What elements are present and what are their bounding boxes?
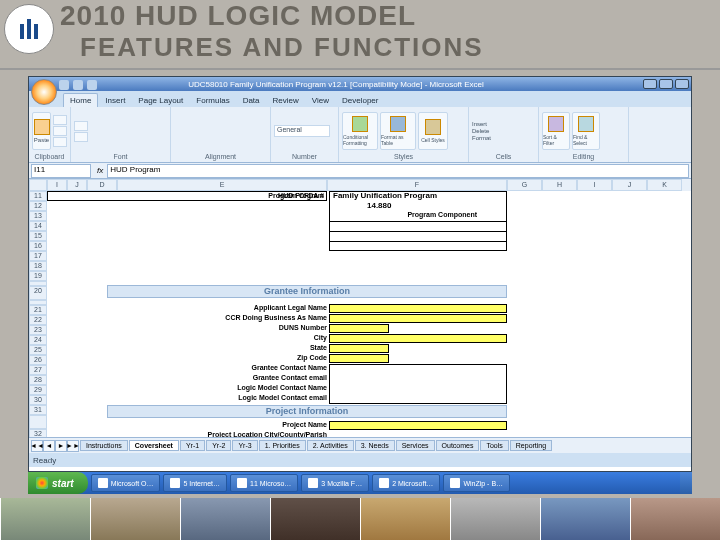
- task-item[interactable]: 3 Mozilla F…: [301, 474, 369, 492]
- bold-button[interactable]: [74, 132, 88, 142]
- sheet-tab[interactable]: Instructions: [80, 440, 128, 451]
- col-header[interactable]: G: [507, 179, 542, 191]
- col-header[interactable]: F: [327, 179, 507, 191]
- row-header[interactable]: 29: [29, 385, 47, 395]
- copy-button[interactable]: [53, 126, 67, 136]
- tab-page-layout[interactable]: Page Layout: [132, 94, 189, 107]
- formula-bar[interactable]: HUD Program: [107, 164, 689, 178]
- row-header[interactable]: 12: [29, 201, 47, 211]
- sheet-tab[interactable]: 2. Activities: [307, 440, 354, 451]
- row-header[interactable]: 14: [29, 221, 47, 231]
- cut-button[interactable]: [53, 115, 67, 125]
- row-header[interactable]: 26: [29, 355, 47, 365]
- row-header[interactable]: 21: [29, 305, 47, 315]
- col-header[interactable]: J: [67, 179, 87, 191]
- gridline: [329, 241, 507, 242]
- row-header[interactable]: 23: [29, 325, 47, 335]
- quick-access-toolbar[interactable]: [59, 79, 97, 91]
- office-button[interactable]: [31, 79, 57, 105]
- row-header[interactable]: 11: [29, 191, 47, 201]
- format-cells-button[interactable]: Format: [472, 135, 532, 141]
- tab-review[interactable]: Review: [267, 94, 305, 107]
- row-header[interactable]: 30: [29, 395, 47, 405]
- row-header[interactable]: 27: [29, 365, 47, 375]
- close-button[interactable]: [675, 79, 689, 89]
- task-item[interactable]: 2 Microsoft…: [372, 474, 440, 492]
- row-header[interactable]: 16: [29, 241, 47, 251]
- input-project-name[interactable]: [329, 421, 507, 430]
- find-select-button[interactable]: Find & Select: [572, 112, 600, 150]
- tab-formulas[interactable]: Formulas: [190, 94, 235, 107]
- conditional-formatting-button[interactable]: Conditional Formatting: [342, 112, 378, 150]
- cell-styles-button[interactable]: Cell Styles: [418, 112, 448, 150]
- select-all-corner[interactable]: [29, 179, 47, 191]
- tab-nav-last[interactable]: ►►: [67, 440, 79, 452]
- col-header[interactable]: H: [542, 179, 577, 191]
- delete-cells-button[interactable]: Delete: [472, 128, 532, 134]
- input-zip[interactable]: [329, 354, 389, 363]
- row-header[interactable]: [29, 415, 47, 429]
- row-header[interactable]: 24: [29, 335, 47, 345]
- row-header[interactable]: 22: [29, 315, 47, 325]
- insert-cells-button[interactable]: Insert: [472, 121, 532, 127]
- system-tray[interactable]: [680, 472, 692, 494]
- tab-insert[interactable]: Insert: [99, 94, 131, 107]
- sheet-tab-active[interactable]: Coversheet: [129, 440, 179, 451]
- col-header[interactable]: E: [117, 179, 327, 191]
- sheet-tab[interactable]: Services: [396, 440, 435, 451]
- name-box[interactable]: I11: [31, 164, 91, 178]
- tab-nav-prev[interactable]: ◄: [43, 440, 55, 452]
- col-header[interactable]: K: [647, 179, 682, 191]
- input-ccr[interactable]: [329, 314, 507, 323]
- row-header[interactable]: 20: [29, 286, 47, 300]
- cells-area[interactable]: HUD Program Family Unification Program P…: [47, 191, 691, 437]
- tab-nav-first[interactable]: ◄◄: [31, 440, 43, 452]
- col-header[interactable]: D: [87, 179, 117, 191]
- col-header[interactable]: I: [577, 179, 612, 191]
- task-item[interactable]: WinZip - B…: [443, 474, 510, 492]
- sheet-tab[interactable]: 3. Needs: [355, 440, 395, 451]
- format-painter-button[interactable]: [53, 137, 67, 147]
- sort-filter-button[interactable]: Sort & Filter: [542, 112, 570, 150]
- minimize-button[interactable]: [643, 79, 657, 89]
- sheet-tab[interactable]: Tools: [480, 440, 508, 451]
- input-state[interactable]: [329, 344, 389, 353]
- row-header[interactable]: 13: [29, 211, 47, 221]
- row-header[interactable]: 25: [29, 345, 47, 355]
- task-item[interactable]: 5 Internet…: [163, 474, 227, 492]
- row-header[interactable]: 32: [29, 429, 47, 437]
- input-duns[interactable]: [329, 324, 389, 333]
- row-header[interactable]: 17: [29, 251, 47, 261]
- tab-home[interactable]: Home: [63, 93, 98, 107]
- row-header[interactable]: 28: [29, 375, 47, 385]
- col-header[interactable]: J: [612, 179, 647, 191]
- group-editing: Editing: [542, 153, 625, 160]
- sheet-tab[interactable]: 1. Priorities: [259, 440, 306, 451]
- row-header[interactable]: 19: [29, 271, 47, 281]
- tab-data[interactable]: Data: [237, 94, 266, 107]
- app-icon: [170, 478, 180, 488]
- input-applicant[interactable]: [329, 304, 507, 313]
- row-header[interactable]: 31: [29, 405, 47, 415]
- start-button[interactable]: start: [28, 472, 88, 494]
- fx-icon[interactable]: fx: [93, 166, 107, 175]
- row-header[interactable]: 15: [29, 231, 47, 241]
- sheet-tab[interactable]: Yr-3: [232, 440, 257, 451]
- font-family[interactable]: [74, 121, 88, 131]
- sheet-tab[interactable]: Yr-2: [206, 440, 231, 451]
- maximize-button[interactable]: [659, 79, 673, 89]
- sheet-tab[interactable]: Outcomes: [436, 440, 480, 451]
- tab-view[interactable]: View: [306, 94, 335, 107]
- paste-button[interactable]: Paste: [32, 112, 51, 150]
- input-city[interactable]: [329, 334, 507, 343]
- sheet-tab[interactable]: Reporting: [510, 440, 552, 451]
- number-format-dropdown[interactable]: General: [274, 125, 330, 137]
- col-header[interactable]: I: [47, 179, 67, 191]
- tab-developer[interactable]: Developer: [336, 94, 384, 107]
- row-header[interactable]: 18: [29, 261, 47, 271]
- format-table-button[interactable]: Format as Table: [380, 112, 416, 150]
- sheet-tab[interactable]: Yr-1: [180, 440, 205, 451]
- label-lm-contact: Logic Model Contact Name: [127, 384, 327, 391]
- task-item[interactable]: 11 Microso…: [230, 474, 298, 492]
- task-item[interactable]: Microsoft O…: [91, 474, 161, 492]
